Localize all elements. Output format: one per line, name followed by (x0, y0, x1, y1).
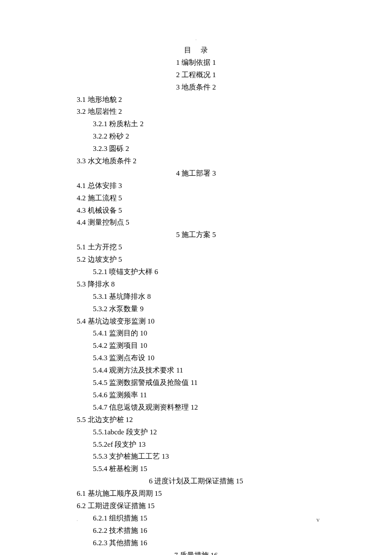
toc-entry: 6.1 基坑施工顺序及周期 15 (77, 488, 315, 500)
toc-entry: 5.4 基坑边坡变形监测 10 (77, 315, 315, 328)
toc-entry: 5.4.4 观测方法及技术要求 11 (77, 364, 315, 377)
toc-entry: 5.2 边坡支护 5 (77, 254, 315, 266)
toc-entry: 5.3.2 水泵数量 9 (77, 303, 315, 315)
toc-entry: 4.4 测量控制点 5 (77, 217, 315, 229)
toc-entry: 2 工程概况 1 (77, 69, 315, 81)
toc-entry: 5.3.1 基坑降排水 8 (77, 291, 315, 303)
toc-entry: 6.2 工期进度保证措施 15 (77, 500, 315, 512)
toc-entry: 5.5.1abcde 段支护 12 (77, 426, 315, 439)
toc-entry: 5.1 土方开挖 5 (77, 241, 315, 254)
toc-entry: 7 质量措施 16 (77, 549, 315, 555)
toc-entry: 3.2.3 圆砾 2 (77, 143, 315, 155)
toc-entry: 3 地质条件 2 (77, 81, 315, 94)
toc-entry: 6 进度计划及工期保证措施 15 (77, 475, 315, 488)
toc-entry: 5.4.6 监测频率 11 (77, 389, 315, 402)
toc-entry: 5.4.3 监测点布设 10 (77, 352, 315, 364)
toc-entry: 3.1 地形地貌 2 (77, 94, 315, 106)
page-marker: v (317, 515, 320, 526)
toc-entry: 5.4.5 监测数据警戒值及抢险值 11 (77, 377, 315, 389)
toc-entry: 5.2.1 喷锚支护大样 6 (77, 266, 315, 278)
toc-entry: 5.5 北边支护桩 12 (77, 414, 315, 426)
toc-title-label: 目录 (175, 46, 217, 54)
toc-entry: 5.5.2ef 段支护 13 (77, 439, 315, 451)
toc-entry: 3.2.2 粉砂 2 (77, 130, 315, 143)
toc-entry: 3.2.1 粉质粘土 2 (77, 118, 315, 130)
toc-entry: 6.2.2 技术措施 16 (77, 525, 315, 537)
toc-entry: 5.5.4 桩基检测 15 (77, 463, 315, 475)
toc-entry: 3.2 地层岩性 2 (77, 106, 315, 118)
header-dot: . (77, 35, 315, 42)
toc-title: 目录 (77, 44, 315, 57)
toc-entry: 3.3 水文地质条件 2 (77, 155, 315, 168)
toc-entry: 4.1 总体安排 3 (77, 180, 315, 192)
toc-entry: 5.3 降排水 8 (77, 278, 315, 291)
toc-entry: 5.4.1 监测目的 10 (77, 327, 315, 340)
toc-entry: 5.5.3 支护桩施工工艺 13 (77, 451, 315, 463)
toc-entry: 4 施工部署 3 (77, 168, 315, 180)
toc-entry: 1 编制依据 1 (77, 57, 315, 69)
toc-entry: 5 施工方案 5 (77, 229, 315, 241)
toc-entry: 5.4.7 信息返馈及观测资料整理 12 (77, 402, 315, 414)
toc-entry: 6.2.3 其他措施 16 (77, 537, 315, 549)
toc-entry: 4.3 机械设备 5 (77, 205, 315, 217)
toc-entry: 4.2 施工流程 5 (77, 192, 315, 205)
toc-entry: 5.4.2 监测项目 10 (77, 340, 315, 352)
toc-body: 1 编制依据 12 工程概况 13 地质条件 23.1 地形地貌 23.2 地层… (77, 57, 315, 555)
footer-dot: . (77, 517, 78, 522)
